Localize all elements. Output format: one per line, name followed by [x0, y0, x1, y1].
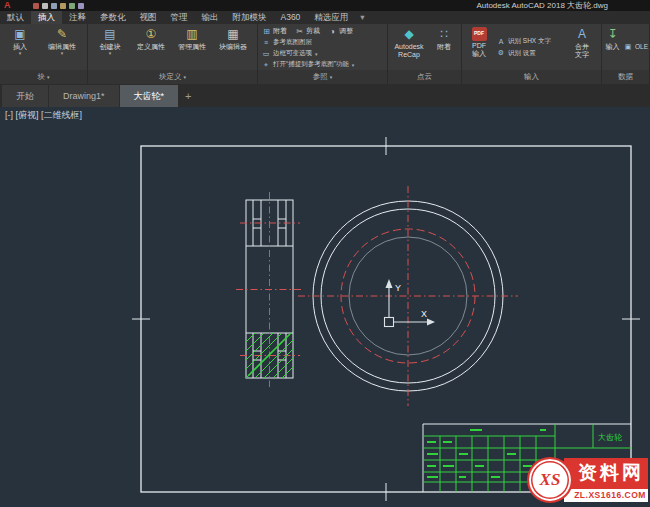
underlay-layers-button[interactable]: ≡ 参考底图图层 [262, 38, 383, 47]
gear-front-view[interactable] [298, 186, 518, 406]
title-block-part-name: 大齿轮 [598, 433, 622, 442]
ribbon-tab-view[interactable]: 视图 [133, 11, 164, 24]
ole-icon: ▣ [624, 43, 632, 51]
qat-undo-icon[interactable] [69, 3, 75, 9]
document-tab-bar: 开始 Drawing1* 大齿轮* + [0, 84, 650, 107]
autocad-window: A Autodesk AutoCAD 2018 大齿轮.dwg 默认 插入 注释… [0, 0, 650, 507]
chevron-down-icon: ▾ [352, 63, 355, 67]
manage-attributes-button[interactable]: ▥ 管理属性 [172, 25, 212, 69]
insert-block-icon: ▣ [12, 27, 29, 42]
layers-icon: ≡ [262, 39, 270, 46]
attach-reference-button[interactable]: ⊞ 附着 [262, 26, 287, 36]
panel-import: PDF PDF 输入 A 识别 SHX 文字 ⚙ 识别 设置 A 合并 文字 [462, 24, 602, 84]
autodesk-recap-button[interactable]: ◆ Autodesk ReCap [390, 25, 428, 69]
block-editor-button[interactable]: ▦ 块编辑器 [213, 25, 253, 69]
viewport-view-menu[interactable]: [俯视] [16, 110, 39, 120]
panel-label-import[interactable]: 输入 [462, 70, 601, 84]
combine-text-button[interactable]: A 合并 文字 [568, 25, 596, 69]
watermark-name: 资料网 [564, 458, 648, 489]
window-title: Autodesk AutoCAD 2018 大齿轮.dwg [476, 0, 608, 11]
panel-label-point-cloud[interactable]: 点云 [388, 70, 461, 84]
chevron-down-icon: ▾ [47, 74, 50, 80]
ucs-y-label: Y [395, 283, 401, 293]
drawing-frame [132, 137, 640, 501]
edit-attribute-button[interactable]: ✎ 编辑属性 ▾ [39, 25, 85, 69]
watermark-url: ZL.XS1616.COM [564, 489, 648, 502]
ribbon-tab-overflow-icon[interactable]: ▾ [355, 11, 369, 24]
create-block-button[interactable]: ▤ 创建块 ▾ [90, 25, 130, 69]
viewport-controls-menu[interactable]: [-] [5, 110, 13, 120]
autocad-logo-icon[interactable]: A [4, 0, 11, 11]
ucs-x-label: X [421, 309, 427, 319]
data-import-button[interactable]: ↧ 输入 [604, 25, 621, 69]
panel-label-reference[interactable]: 参照 ▾ [258, 70, 387, 84]
model-space[interactable]: Y X 大齿轮 [0, 107, 650, 507]
import-icon: ↧ [604, 27, 621, 42]
gear-section-view[interactable] [236, 192, 303, 387]
qat-save-icon[interactable] [51, 3, 57, 9]
ribbon-tab-default[interactable]: 默认 [0, 11, 31, 24]
combine-text-icon: A [574, 27, 591, 42]
doc-tab-start[interactable]: 开始 [2, 85, 48, 107]
define-attributes-icon: ① [143, 27, 160, 42]
ribbon-tab-annotate[interactable]: 注释 [62, 11, 93, 24]
qat-new-icon[interactable] [33, 3, 39, 9]
clip-button[interactable]: ✂ 剪裁 [295, 26, 320, 36]
create-block-icon: ▤ [102, 27, 119, 42]
chevron-down-icon: ▾ [19, 51, 22, 55]
block-editor-icon: ▦ [225, 27, 242, 42]
viewport-controls: [-] [俯视] [二维线框] [5, 109, 82, 122]
ribbon-tab-parametric[interactable]: 参数化 [93, 11, 133, 24]
recognize-shx-text-button[interactable]: A 识别 SHX 文字 [497, 37, 565, 46]
chevron-down-icon: ▾ [184, 74, 187, 80]
panel-label-block[interactable]: 块 ▾ [0, 70, 87, 84]
pdf-import-button[interactable]: PDF PDF 输入 [464, 25, 494, 69]
snap-to-underlay-button[interactable]: ⌖ 打开“捕捉到参考底图”功能 ▾ [262, 60, 383, 69]
panel-label-block-definition[interactable]: 块定义 ▾ [88, 70, 257, 84]
panel-block: ▣ 插入 ▾ ✎ 编辑属性 ▾ 块 ▾ [0, 24, 88, 84]
watermark: XS 资料网 ZL.XS1616.COM [527, 457, 648, 503]
title-bar: A Autodesk AutoCAD 2018 大齿轮.dwg [0, 0, 650, 11]
chevron-down-icon: ▾ [315, 52, 318, 56]
ribbon-tab-a360[interactable]: A360 [274, 11, 308, 24]
pdf-icon: PDF [472, 27, 487, 41]
gear-icon: ⚙ [497, 49, 505, 57]
new-drawing-tab-button[interactable]: + [179, 85, 197, 107]
panel-label-data[interactable]: 数据 [602, 70, 649, 84]
ribbon-tab-manage[interactable]: 管理 [164, 11, 195, 24]
qat-redo-icon[interactable] [78, 3, 84, 9]
quick-access-toolbar [33, 3, 84, 9]
ribbon-tab-insert[interactable]: 插入 [31, 11, 62, 24]
define-attributes-button[interactable]: ① 定义属性 [131, 25, 171, 69]
scissors-icon: ✂ [295, 27, 304, 36]
viewport-visual-style-menu[interactable]: [二维线框] [41, 110, 82, 120]
panel-block-definition: ▤ 创建块 ▾ ① 定义属性 ▥ 管理属性 ▦ 块编辑器 块定义 [88, 24, 258, 84]
ole-object-button[interactable]: ▣ OLE 对象 [624, 43, 650, 52]
ribbon: ▣ 插入 ▾ ✎ 编辑属性 ▾ 块 ▾ ▤ 创建块 [0, 24, 650, 84]
recognition-settings-button[interactable]: ⚙ 识别 设置 [497, 49, 565, 58]
adjust-button[interactable]: ◑ 调整 [328, 26, 353, 36]
snap-icon: ⌖ [262, 61, 270, 69]
ribbon-tab-bar: 默认 插入 注释 参数化 视图 管理 输出 附加模块 A360 精选应用 ▾ [0, 11, 650, 24]
panel-reference: ⊞ 附着 ✂ 剪裁 ◑ 调整 ≡ 参考底图图层 [258, 24, 388, 84]
chevron-down-icon: ▾ [330, 74, 333, 80]
chevron-down-icon: ▾ [109, 51, 112, 55]
frames-option-button[interactable]: ▭ 边框可变选项 ▾ [262, 49, 383, 58]
drawing-canvas[interactable]: [-] [俯视] [二维线框] [0, 107, 650, 507]
doc-tab-drawing1[interactable]: Drawing1* [49, 85, 119, 107]
qat-open-icon[interactable] [42, 3, 48, 9]
ribbon-tab-output[interactable]: 输出 [195, 11, 226, 24]
edit-attribute-icon: ✎ [54, 27, 71, 42]
point-cloud-attach-button[interactable]: ∷ 附着 [429, 25, 459, 69]
qat-print-icon[interactable] [60, 3, 66, 9]
ribbon-tab-featured-apps[interactable]: 精选应用 [307, 11, 355, 24]
recap-icon: ◆ [401, 27, 418, 42]
ribbon-tab-addins[interactable]: 附加模块 [226, 11, 274, 24]
insert-block-button[interactable]: ▣ 插入 ▾ [2, 25, 38, 69]
panel-data: ↧ 输入 ▣ OLE 对象 数据 [602, 24, 650, 84]
adjust-icon: ◑ [328, 27, 337, 36]
doc-tab-gear[interactable]: 大齿轮* [120, 85, 179, 107]
frame-icon: ▭ [262, 50, 270, 58]
attach-icon: ⊞ [262, 27, 271, 36]
manage-attributes-icon: ▥ [184, 27, 201, 42]
